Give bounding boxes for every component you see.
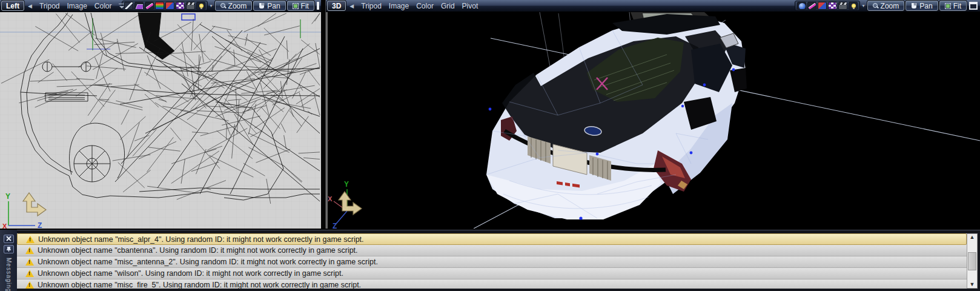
right-viewport-toolbar: 3D ◀ TripodImageColorGridPivot ▾ Zoom Pa… [326,0,980,12]
menu-item[interactable]: Image [64,2,91,10]
left-render-mode-strip [122,1,208,11]
message-text: Unknown object name "wilson". Using rand… [38,269,343,278]
checker-icon[interactable] [176,2,185,10]
menu-item[interactable]: Tripod [36,2,64,10]
warning-icon [26,236,35,243]
scroll-thumb[interactable] [968,252,976,270]
left-wireframe-viewport[interactable]: Y Z X [0,12,321,229]
scroll-down-icon[interactable]: ▼ [970,282,975,287]
message-text: Unknown object name "misc_alpr_4". Using… [38,235,364,244]
fit-button[interactable]: Fit [287,1,314,11]
message-row[interactable]: Unknown object name "misc_antenna_2". Us… [17,256,967,268]
box-icon[interactable] [818,2,827,10]
svg-text:Z: Z [38,221,42,229]
pencil-icon[interactable] [124,2,133,10]
hand-icon [259,3,265,9]
3d-canvas: Y X Z [328,12,980,229]
warning-icon [25,270,34,277]
message-row[interactable]: Unknown object name "misc_fire_5". Using… [17,279,967,289]
bulb-icon[interactable] [196,2,205,10]
svg-text:X: X [2,222,7,229]
message-row[interactable]: Unknown object name "wilson". Using rand… [17,268,967,279]
fit-button[interactable]: Fit [939,1,967,11]
zoom-button[interactable]: Zoom [867,1,905,11]
brush-icon[interactable] [145,2,154,10]
maximize-viewport-icon[interactable] [969,2,978,10]
checker-icon[interactable] [828,2,837,10]
left-viewport-toolbar: Left ◀ TripodImageColor ▾ Zoom Pan Fit [0,0,321,12]
viewport-divider[interactable] [321,0,326,229]
left-viewport-panel: Left ◀ TripodImageColor ▾ Zoom Pan Fit [0,0,321,229]
menu-item[interactable]: Color [412,2,437,10]
hand-icon [911,3,917,9]
message-row[interactable]: Unknown object name "misc_alpr_4". Using… [17,233,967,245]
svg-text:X: X [328,195,333,202]
eraser-icon[interactable] [134,2,144,10]
zoom-button[interactable]: Zoom [215,1,253,11]
left-menus: TripodImageColor [36,2,116,10]
magnifier-icon [873,3,878,8]
clapper-icon[interactable] [186,2,195,10]
fit-icon [945,3,951,9]
menu-item[interactable]: Pivot [459,2,482,10]
wireframe-canvas: Y Z X [0,12,321,229]
message-text: Unknown object name "cbantenna". Using r… [38,246,358,255]
svg-text:Y: Y [5,192,10,201]
message-panel: Messaging Unknown object name "misc_alpr… [0,229,980,291]
message-panel-sidebar: Messaging [0,230,17,291]
right-render-mode-strip [795,1,860,11]
menu-item[interactable]: Grid [437,2,459,10]
sphere-icon[interactable] [797,2,806,10]
right-viewport-panel: 3D ◀ TripodImageColorGridPivot ▾ Zoom Pa… [326,0,980,229]
svg-text:Y: Y [344,180,349,189]
pan-button[interactable]: Pan [253,1,285,11]
zmodeler-window: Left ◀ TripodImageColor ▾ Zoom Pan Fit [0,0,980,291]
pin-icon [6,246,12,252]
close-icon [6,236,12,241]
menu-item[interactable]: Tripod [357,2,385,10]
message-scrollbar[interactable]: ▲ ▼ [967,233,978,289]
warning-icon [25,247,34,254]
message-row[interactable]: Unknown object name "cbantenna". Using r… [17,245,967,256]
message-text: Unknown object name "misc_fire_5". Using… [38,281,361,289]
render-mode-caret-icon[interactable]: ▾ [861,3,866,8]
gradient-icon[interactable] [155,2,164,10]
scroll-up-icon[interactable]: ▲ [970,235,975,240]
warning-icon [25,281,34,289]
history-back-icon[interactable]: ◀ [347,3,356,9]
clapper-icon[interactable] [838,2,847,10]
view-selector-left[interactable]: Left [1,1,24,11]
message-list: Unknown object name "misc_alpr_4". Using… [17,233,967,289]
render-mode-caret-icon[interactable]: ▾ [209,3,214,8]
menu-item[interactable]: Image [385,2,412,10]
message-text: Unknown object name "misc_antenna_2". Us… [38,258,378,266]
magnifier-icon [220,3,226,8]
pin-panel-button[interactable] [4,245,14,253]
history-back-icon[interactable]: ◀ [25,3,35,9]
maximize-viewport-icon[interactable] [317,2,319,10]
close-panel-button[interactable] [4,235,14,243]
view-selector-3d[interactable]: 3D [327,1,346,11]
3d-perspective-viewport[interactable]: Y X Z [326,12,980,229]
brush-icon[interactable] [807,2,816,10]
svg-text:Z: Z [333,222,337,229]
fit-icon [293,3,299,9]
menu-item[interactable]: Color [91,2,116,10]
message-panel-label: Messaging [5,258,12,291]
warning-icon [25,258,34,266]
bulb-icon[interactable] [849,2,858,10]
right-menus: TripodImageColorGridPivot [357,2,482,10]
pan-button[interactable]: Pan [906,1,938,11]
box-icon[interactable] [165,2,174,10]
